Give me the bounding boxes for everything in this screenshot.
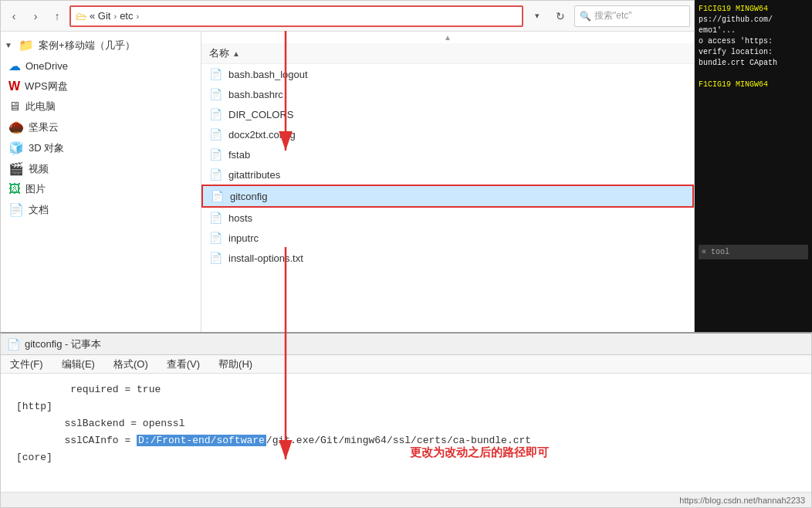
menu-view[interactable]: 查看(V): [164, 357, 203, 371]
file-list: ▲ 名称 ▲ 📄 bash.bash_logout 📄 bash.bashrc …: [201, 32, 694, 340]
sidebar-item-3d[interactable]: 🧊 3D 对象: [1, 137, 201, 158]
terminal-line-blank: [699, 69, 808, 80]
file-icon: 📄: [209, 212, 222, 224]
menu-format[interactable]: 格式(O): [110, 357, 151, 371]
forward-button[interactable]: ›: [26, 7, 45, 25]
3d-icon: 🧊: [8, 141, 24, 155]
file-name-docx2txt: docx2txt.config: [228, 129, 296, 141]
notepad-status: https://blog.csdn.net/hannah2233: [1, 492, 811, 507]
file-name-gitattributes: gitattributes: [228, 169, 280, 181]
address-part-git: « Git: [90, 10, 110, 22]
file-explorer: ‹ › ↑ 🗁 « Git › etc › ▾ ↻ 🔍 搜索"etc" ▼ 📁 …: [0, 0, 695, 340]
walnut-icon: 🌰: [8, 120, 24, 134]
file-item-bash-logout[interactable]: 📄 bash.bash_logout: [201, 64, 694, 84]
file-name-fstab: fstab: [228, 149, 250, 161]
file-name-hosts: hosts: [228, 212, 252, 224]
annotation-text: 更改为改动之后的路径即可: [410, 445, 549, 460]
search-icon: 🔍: [580, 11, 591, 22]
sidebar-item-cases[interactable]: ▼ 📁 案例+移动端（几乎）: [1, 35, 201, 56]
sidebar: ▼ 📁 案例+移动端（几乎） ☁ OneDrive W WPS网盘 🖥 此电脑 …: [1, 32, 201, 340]
address-separator: ›: [113, 12, 117, 21]
up-button[interactable]: ↑: [48, 7, 66, 25]
sidebar-label-3d: 3D 对象: [29, 141, 64, 155]
folder-icon: 🗁: [76, 10, 86, 22]
file-item-dir-colors[interactable]: 📄 DIR_COLORS: [201, 104, 694, 124]
refresh-button[interactable]: ↻: [550, 5, 571, 27]
notepad-icon: 📄: [7, 338, 20, 351]
file-item-bashrc[interactable]: 📄 bash.bashrc: [201, 84, 694, 104]
column-name: 名称: [209, 46, 229, 60]
file-item-fstab[interactable]: 📄 fstab: [201, 144, 694, 164]
sidebar-item-computer[interactable]: 🖥 此电脑: [1, 97, 201, 117]
sidebar-item-video[interactable]: 🎬 视频: [1, 158, 201, 179]
file-icon: 📄: [209, 148, 222, 161]
menu-edit[interactable]: 编辑(E): [59, 357, 98, 371]
content-line-sslcainfo: sslCAInfo = D:/Front-end/software/git.ex…: [16, 432, 796, 449]
sidebar-item-onedrive[interactable]: ☁ OneDrive: [1, 56, 201, 76]
menu-help[interactable]: 帮助(H): [215, 357, 255, 371]
file-icon: 📄: [209, 88, 222, 100]
sidebar-label-walnut: 坚果云: [29, 120, 59, 134]
search-placeholder: 搜索"etc": [594, 9, 632, 22]
file-name-bashrc: bash.bashrc: [228, 89, 283, 100]
explorer-content: ▼ 📁 案例+移动端（几乎） ☁ OneDrive W WPS网盘 🖥 此电脑 …: [1, 32, 694, 340]
address-part-etc: etc: [120, 10, 133, 22]
notepad-title: gitconfig - 记事本: [25, 337, 101, 351]
content-line-sslbackend: sslBackend = openssl: [16, 415, 796, 432]
address-end-chevron: ›: [136, 12, 139, 21]
sidebar-label-photo: 图片: [25, 182, 46, 196]
file-icon: 📄: [209, 108, 222, 120]
onedrive-icon: ☁: [8, 59, 21, 73]
file-item-hosts[interactable]: 📄 hosts: [201, 208, 694, 228]
terminal-line-6: bundle.crt CApath: [699, 58, 808, 69]
file-item-install-options[interactable]: 📄 install-options.txt: [201, 248, 694, 268]
address-bar: ‹ › ↑ 🗁 « Git › etc › ▾ ↻ 🔍 搜索"etc": [1, 1, 694, 32]
menu-file[interactable]: 文件(F): [7, 357, 46, 371]
terminal-line-2: ps://github.com/: [699, 15, 808, 25]
file-name-bash-logout: bash.bash_logout: [228, 69, 308, 80]
file-item-docx2txt[interactable]: 📄 docx2txt.config: [201, 124, 694, 144]
tool-label: « tool: [702, 248, 729, 256]
file-name-inputrc: inputrc: [228, 232, 259, 244]
file-icon: 📄: [209, 168, 222, 181]
file-item-gitconfig[interactable]: 📄 gitconfig: [201, 185, 694, 208]
scroll-up-indicator: ▲: [201, 32, 694, 43]
file-icon: 📄: [209, 128, 222, 141]
address-box[interactable]: 🗁 « Git › etc ›: [69, 5, 523, 27]
terminal-line-4: o access 'https:: [699, 36, 808, 47]
file-name-gitconfig: gitconfig: [230, 191, 267, 202]
back-button[interactable]: ‹: [5, 7, 23, 25]
sidebar-label-computer: 此电脑: [25, 100, 56, 113]
sort-icon: ▲: [232, 49, 240, 58]
status-url: https://blog.csdn.net/hannah2233: [679, 496, 805, 505]
expand-arrow: ▼: [5, 41, 14, 49]
photo-icon: 🖼: [8, 182, 21, 196]
content-line-required: required = true: [16, 381, 796, 398]
file-icon: 📄: [211, 190, 224, 202]
file-item-gitattributes[interactable]: 📄 gitattributes: [201, 164, 694, 185]
sidebar-label-doc: 文档: [29, 203, 49, 217]
folder-icon: 📁: [19, 38, 34, 52]
content-line-core: [core]: [16, 449, 796, 466]
sidebar-item-doc[interactable]: 📄 文档: [1, 199, 201, 220]
address-dropdown-button[interactable]: ▾: [528, 7, 546, 25]
file-list-header: 名称 ▲: [201, 43, 694, 64]
terminal-bottom-bar: « tool: [699, 245, 808, 259]
sidebar-label-wps: WPS网盘: [25, 80, 68, 93]
file-name-install-options: install-options.txt: [228, 252, 303, 264]
terminal-line-5: verify location:: [699, 47, 808, 58]
sidebar-item-wps[interactable]: W WPS网盘: [1, 76, 201, 97]
notepad-window: 📄 gitconfig - 记事本 文件(F) 编辑(E) 格式(O) 查看(V…: [0, 332, 812, 508]
sidebar-item-photo[interactable]: 🖼 图片: [1, 179, 201, 199]
wps-icon: W: [8, 80, 20, 93]
sidebar-item-walnut[interactable]: 🌰 坚果云: [1, 117, 201, 137]
sidebar-label-onedrive: OneDrive: [25, 60, 68, 72]
file-item-inputrc[interactable]: 📄 inputrc: [201, 228, 694, 248]
terminal-line-1: F1CIG19 MINGW64: [699, 4, 808, 15]
file-name-dir-colors: DIR_COLORS: [228, 109, 294, 120]
search-box[interactable]: 🔍 搜索"etc": [574, 5, 690, 27]
terminal-line-3: emo1'...: [699, 25, 808, 36]
sidebar-label-video: 视频: [29, 162, 49, 176]
file-icon: 📄: [209, 68, 222, 80]
sidebar-label-cases: 案例+移动端（几乎）: [39, 39, 135, 52]
